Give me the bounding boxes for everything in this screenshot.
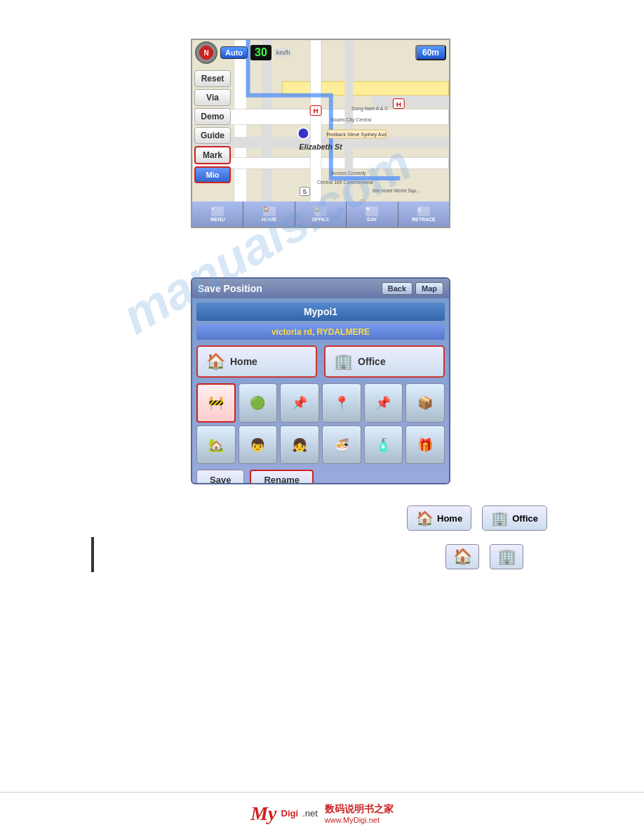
svg-rect-7 bbox=[310, 40, 321, 227]
icon-orange-cone[interactable]: 🚧 bbox=[196, 383, 236, 423]
map-day-btn[interactable]: ☀ DAY bbox=[347, 201, 398, 227]
map-office-btn[interactable]: 🏢 OFFICE bbox=[295, 201, 347, 227]
icon-grid: 🚧 🟢 📌 📍 📌 📦 🏡 👦 👧 🍜 🧴 🎁 bbox=[196, 383, 445, 464]
svg-rect-1 bbox=[234, 40, 247, 227]
home-nav-icon: 🏠 bbox=[263, 206, 276, 216]
brand-digi: Digi bbox=[281, 808, 299, 819]
office-nav-label: OFFICE bbox=[311, 217, 330, 222]
bottom-office-label: Office bbox=[512, 513, 538, 524]
menu-icon: ≡ bbox=[211, 206, 224, 216]
poi-name-bar: Mypoi1 bbox=[196, 303, 445, 321]
dialog-title: Save Position bbox=[198, 283, 262, 294]
map-mark-button[interactable]: Mark bbox=[194, 146, 231, 164]
map-retrace-btn[interactable]: △ RETRACE bbox=[398, 201, 449, 227]
map-compass: N bbox=[195, 41, 217, 64]
map-speed-display: 30 bbox=[250, 45, 271, 60]
small-office-icon: 🏢 bbox=[497, 548, 516, 566]
svg-rect-2 bbox=[262, 40, 271, 227]
bottom-home-label: Home bbox=[437, 513, 462, 524]
map-container: H H Elizabeth St Noahs City Central Dong… bbox=[191, 39, 450, 228]
save-button[interactable]: Save bbox=[196, 470, 244, 484]
icon-bottle[interactable]: 🧴 bbox=[364, 425, 403, 465]
bottom-office-icon: 🏢 bbox=[491, 510, 509, 527]
icon-red-pin[interactable]: 📌 bbox=[280, 383, 319, 423]
bottom-home-icon: 🏠 bbox=[416, 510, 434, 527]
office-nav-icon: 🏢 bbox=[314, 206, 327, 216]
home-button[interactable]: 🏠 Home bbox=[196, 345, 317, 378]
bottom-home-button[interactable]: 🏠 Home bbox=[407, 505, 471, 531]
svg-text:S: S bbox=[302, 188, 307, 195]
map-bottombar: ≡ MENU 🏠 HOME 🏢 OFFICE ☀ DAY △ RETRACE bbox=[192, 201, 449, 227]
svg-text:Elizabeth St: Elizabeth St bbox=[299, 143, 342, 151]
footer-tagline: 数码说明书之家 bbox=[325, 803, 394, 816]
map-unit-display: km/h bbox=[274, 48, 293, 57]
small-home-icon: 🏠 bbox=[453, 548, 472, 566]
icon-green-cone[interactable]: 🟢 bbox=[239, 383, 278, 423]
home-label: Home bbox=[230, 356, 257, 367]
dialog-map-button[interactable]: Map bbox=[415, 282, 443, 295]
map-auto-button[interactable]: Auto bbox=[220, 46, 248, 59]
footer: My Digi .net 数码说明书之家 www.MyDigi.net bbox=[0, 792, 644, 834]
save-position-dialog: Save Position Back Map Mypoi1 victoria r… bbox=[191, 277, 450, 484]
footer-logo: My Digi .net bbox=[250, 802, 318, 825]
menu-label: MENU bbox=[210, 217, 225, 222]
svg-text:H: H bbox=[396, 100, 401, 108]
svg-text:H: H bbox=[314, 107, 318, 114]
day-label: DAY bbox=[367, 217, 377, 222]
office-icon: 🏢 bbox=[333, 351, 354, 372]
small-home-icon-button[interactable]: 🏠 bbox=[445, 544, 479, 569]
svg-text:Redback Steve Sydney Aus: Redback Steve Sydney Aus bbox=[327, 132, 387, 138]
icon-food[interactable]: 🍜 bbox=[322, 425, 361, 465]
svg-point-10 bbox=[297, 128, 309, 139]
small-office-icon-button[interactable]: 🏢 bbox=[490, 544, 523, 569]
svg-text:Noahs City Central: Noahs City Central bbox=[331, 117, 372, 123]
day-icon: ☀ bbox=[365, 206, 378, 216]
svg-text:Dong Nam A & C: Dong Nam A & C bbox=[351, 106, 388, 112]
footer-url: www.MyDigi.net bbox=[325, 816, 380, 824]
map-via-button[interactable]: Via bbox=[194, 89, 231, 106]
home-icon: 🏠 bbox=[205, 351, 226, 372]
map-distance-button[interactable]: 60m bbox=[415, 45, 446, 60]
map-sidebar: Reset Via Demo Guide Mark Mio bbox=[192, 68, 233, 185]
map-guide-button[interactable]: Guide bbox=[194, 127, 231, 144]
icon-blue-pin[interactable]: 📍 bbox=[322, 383, 361, 423]
office-button[interactable]: 🏢 Office bbox=[324, 345, 445, 378]
office-label: Office bbox=[358, 356, 386, 367]
dialog-nav-buttons: Back Map bbox=[382, 282, 443, 295]
icon-house[interactable]: 🏡 bbox=[196, 425, 236, 465]
footer-text: 数码说明书之家 www.MyDigi.net bbox=[325, 803, 394, 824]
svg-text:Central 189 Commonweal: Central 189 Commonweal bbox=[317, 180, 373, 185]
map-home-btn[interactable]: 🏠 HOME bbox=[243, 201, 295, 227]
bottom-office-button[interactable]: 🏢 Office bbox=[482, 505, 547, 531]
home-office-buttons: 🏠 Home 🏢 Office bbox=[196, 345, 445, 378]
brand-net: .net bbox=[302, 808, 318, 819]
icon-girl[interactable]: 👧 bbox=[280, 425, 319, 465]
icon-gift[interactable]: 🎁 bbox=[405, 425, 445, 465]
brand-my: My bbox=[250, 802, 276, 825]
retrace-icon: △ bbox=[417, 206, 430, 216]
icon-green-pin[interactable]: 📌 bbox=[364, 383, 403, 423]
map-reset-button[interactable]: Reset bbox=[194, 70, 231, 87]
left-vertical-bar bbox=[91, 537, 94, 572]
dialog-titlebar: Save Position Back Map bbox=[192, 279, 449, 298]
bottom-buttons-section: 🏠 Home 🏢 Office bbox=[407, 505, 547, 531]
map-demo-button[interactable]: Demo bbox=[194, 108, 231, 125]
dialog-content: Mypoi1 victoria rd, RYDALMERE 🏠 Home 🏢 O… bbox=[192, 298, 449, 484]
icon-boy[interactable]: 👦 bbox=[239, 425, 278, 465]
map-menu-btn[interactable]: ≡ MENU bbox=[192, 201, 243, 227]
address-bar: victoria rd, RYDALMERE bbox=[196, 324, 445, 340]
action-buttons: Save Rename bbox=[196, 470, 445, 484]
svg-text:Access Comedy: Access Comedy bbox=[331, 171, 366, 176]
map-mio-button[interactable]: Mio bbox=[194, 166, 231, 183]
icon-box[interactable]: 📦 bbox=[405, 383, 445, 423]
home-nav-label: HOME bbox=[262, 217, 276, 222]
dialog-back-button[interactable]: Back bbox=[382, 282, 412, 295]
map-topbar: N Auto 30 km/h 60m bbox=[192, 40, 449, 65]
rename-button[interactable]: Rename bbox=[250, 470, 314, 484]
svg-text:Ibis Hotel World Squ...: Ibis Hotel World Squ... bbox=[373, 188, 420, 194]
small-icon-buttons: 🏠 🏢 bbox=[445, 544, 523, 569]
retrace-label: RETRACE bbox=[412, 217, 436, 222]
